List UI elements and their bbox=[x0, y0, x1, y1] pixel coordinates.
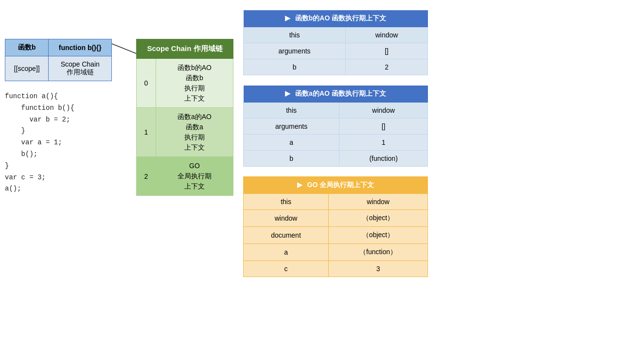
scope-index-0: 0 bbox=[137, 59, 156, 108]
func-b-label: 函数b bbox=[5, 39, 49, 56]
scope-row-0: 0 函数b的AO 函数b 执行期 上下文 bbox=[137, 59, 233, 108]
ao-a-arrow: ▶ bbox=[285, 89, 290, 97]
code-line-5: var a = 1; bbox=[5, 137, 126, 149]
code-line-8: var c = 3; bbox=[5, 172, 126, 184]
ao-b-table: ▶ 函数b的AO 函数执行期上下文 this window arguments … bbox=[243, 10, 428, 75]
code-line-4: } bbox=[5, 125, 126, 137]
go-title: ▶ GO 全局执行期上下文 bbox=[244, 177, 428, 194]
go-val-3: （function） bbox=[329, 244, 428, 261]
ao-b-wrapper: ▶ 函数b的AO 函数执行期上下文 this window arguments … bbox=[243, 10, 428, 75]
ao-b-key-1: arguments bbox=[244, 43, 346, 59]
func-b-table: 函数b function b(){} [[scope]] Scope Chain… bbox=[5, 39, 112, 81]
go-val-0: window bbox=[329, 194, 428, 210]
go-key-4: c bbox=[244, 261, 329, 277]
scope-key: [[scope]] bbox=[5, 56, 49, 81]
ao-a-wrapper: ▶ 函数a的AO 函数执行期上下文 this window arguments … bbox=[243, 85, 428, 167]
ao-b-key-0: this bbox=[244, 27, 346, 43]
scope-label-1: 函数a的AO 函数a 执行期 上下文 bbox=[156, 108, 233, 157]
ao-a-row-3: b (function) bbox=[244, 151, 428, 167]
go-row-2: document （object） bbox=[244, 227, 428, 244]
code-section: 函数b function b(){} [[scope]] Scope Chain… bbox=[5, 10, 126, 277]
ao-a-key-2: a bbox=[244, 135, 339, 151]
ao-b-key-2: b bbox=[244, 59, 346, 75]
go-row-3: a （function） bbox=[244, 244, 428, 261]
code-line-9: a(); bbox=[5, 183, 126, 195]
ao-a-row-0: this window bbox=[244, 103, 428, 119]
code-block: function a(){ function b(){ var b = 2; }… bbox=[5, 91, 126, 195]
go-key-3: a bbox=[244, 244, 329, 261]
ao-a-val-2: 1 bbox=[339, 135, 428, 151]
scope-label-0: 函数b的AO 函数b 执行期 上下文 bbox=[156, 59, 233, 108]
go-wrapper: ▶ GO 全局执行期上下文 this window window （object… bbox=[243, 176, 428, 277]
ao-b-row-2: b 2 bbox=[244, 59, 428, 75]
ao-a-val-0: window bbox=[339, 103, 428, 119]
code-line-2: function b(){ bbox=[5, 103, 126, 114]
go-table: ▶ GO 全局执行期上下文 this window window （object… bbox=[243, 176, 428, 277]
ao-b-row-1: arguments [] bbox=[244, 43, 428, 59]
code-line-7: } bbox=[5, 160, 126, 172]
go-val-2: （object） bbox=[329, 227, 428, 244]
go-row-0: this window bbox=[244, 194, 428, 210]
go-arrow: ▶ bbox=[297, 181, 302, 189]
ao-a-key-3: b bbox=[244, 151, 339, 167]
scope-chain-title: Scope Chain 作用域链 bbox=[137, 39, 233, 59]
go-key-2: document bbox=[244, 227, 329, 244]
ao-b-val-0: window bbox=[346, 27, 428, 43]
scope-chain-table: Scope Chain 作用域链 0 函数b的AO 函数b 执行期 上下文 1 … bbox=[136, 39, 233, 196]
ao-b-val-2: 2 bbox=[346, 59, 428, 75]
scope-value: Scope Chain 作用域链 bbox=[49, 56, 112, 81]
go-row-1: window （object） bbox=[244, 210, 428, 227]
scope-label-2: GO 全局执行期 上下文 bbox=[156, 157, 233, 196]
func-b-signature: function b(){} bbox=[49, 39, 112, 56]
go-row-4: c 3 bbox=[244, 261, 428, 277]
ao-a-row-1: arguments [] bbox=[244, 119, 428, 135]
scope-row-1: 1 函数a的AO 函数a 执行期 上下文 bbox=[137, 108, 233, 157]
scope-index-1: 1 bbox=[137, 108, 156, 157]
ao-a-title: ▶ 函数a的AO 函数执行期上下文 bbox=[244, 86, 428, 103]
code-line-6: b(); bbox=[5, 149, 126, 160]
ao-a-row-2: a 1 bbox=[244, 135, 428, 151]
go-val-1: （object） bbox=[329, 210, 428, 227]
code-line-3: var b = 2; bbox=[5, 114, 126, 126]
scope-index-2: 2 bbox=[137, 157, 156, 196]
ao-a-table: ▶ 函数a的AO 函数执行期上下文 this window arguments … bbox=[243, 85, 428, 167]
ao-a-key-1: arguments bbox=[244, 119, 339, 135]
ao-b-val-1: [] bbox=[346, 43, 428, 59]
right-section: ▶ 函数b的AO 函数执行期上下文 this window arguments … bbox=[243, 10, 634, 277]
ao-a-val-3: (function) bbox=[339, 151, 428, 167]
ao-a-key-0: this bbox=[244, 103, 339, 119]
go-val-4: 3 bbox=[329, 261, 428, 277]
ao-b-title: ▶ 函数b的AO 函数执行期上下文 bbox=[244, 10, 428, 27]
ao-a-val-1: [] bbox=[339, 119, 428, 135]
scope-row-2: 2 GO 全局执行期 上下文 bbox=[137, 157, 233, 196]
ao-b-row-0: this window bbox=[244, 27, 428, 43]
ao-b-arrow: ▶ bbox=[285, 14, 290, 22]
code-line-1: function a(){ bbox=[5, 91, 126, 103]
scope-chain-section: Scope Chain 作用域链 0 函数b的AO 函数b 执行期 上下文 1 … bbox=[136, 39, 233, 277]
go-key-1: window bbox=[244, 210, 329, 227]
go-key-0: this bbox=[244, 194, 329, 210]
